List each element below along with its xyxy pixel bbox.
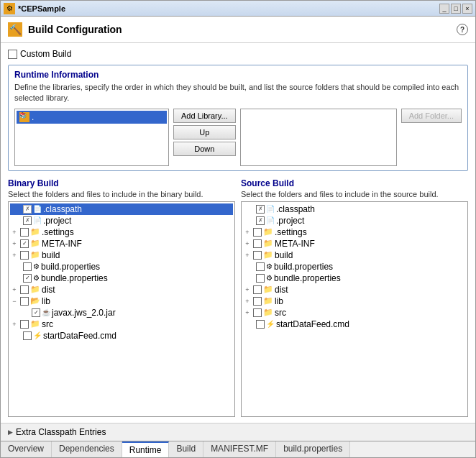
expand-icon[interactable]: + [243, 239, 252, 248]
tree-row[interactable]: ⚙ build.properties [243, 261, 466, 272]
tree-row[interactable]: + 📁 src [10, 319, 233, 330]
tab-buildproperties[interactable]: build.properties [276, 441, 350, 457]
tree-row[interactable]: + 📁 build [243, 249, 466, 261]
item-label: startDataFeed.cmd [43, 331, 116, 341]
tree-row[interactable]: + 📁 META-INF [243, 238, 466, 249]
tab-buildproperties-label: build.properties [283, 444, 342, 454]
expand-icon[interactable]: + [10, 228, 19, 237]
check-icon[interactable] [20, 285, 29, 294]
expand-icon[interactable]: + [243, 308, 252, 317]
help-button[interactable]: ? [457, 24, 468, 35]
binary-build-desc: Select the folders and files to include … [8, 190, 235, 198]
tree-row[interactable]: ⚙ bundle.properties [243, 272, 466, 284]
check-icon[interactable] [253, 251, 262, 260]
expand-icon[interactable]: − [10, 297, 19, 306]
check-icon[interactable] [23, 205, 32, 214]
file-icon: 📄 [266, 205, 275, 213]
check-icon[interactable] [20, 297, 29, 306]
check-icon[interactable] [32, 308, 40, 317]
expand-icon[interactable]: + [10, 239, 19, 248]
check-icon[interactable] [253, 308, 262, 317]
up-button[interactable]: Up [173, 125, 236, 139]
extra-classpath-row[interactable]: ▶ Extra Classpath Entries [1, 423, 475, 441]
tree-row[interactable]: ⚡ startDataFeed.cmd [243, 319, 466, 330]
expand-icon[interactable]: + [10, 251, 19, 260]
check-icon[interactable] [253, 285, 262, 294]
check-icon[interactable] [256, 216, 265, 225]
tree-row[interactable]: ⚡ startDataFeed.cmd [10, 330, 233, 342]
add-folder-button[interactable]: Add Folder... [401, 109, 462, 123]
tab-overview[interactable]: Overview [1, 441, 52, 457]
tree-row[interactable]: + 📁 dist [243, 284, 466, 296]
expand-icon [22, 308, 30, 317]
expand-icon[interactable]: + [243, 251, 252, 260]
tab-dependencies[interactable]: Dependencies [52, 441, 122, 457]
maximize-button[interactable]: □ [451, 4, 461, 14]
tree-row[interactable]: ⚙ build.properties [10, 261, 233, 272]
tree-row[interactable]: 📄 .classpath [10, 203, 233, 215]
folder-list [240, 109, 397, 166]
tree-row[interactable]: + 📁 src [243, 307, 466, 319]
item-label: lib [275, 296, 283, 306]
tree-row[interactable]: 📄 .project [10, 215, 233, 226]
tree-row[interactable]: + 📁 META-INF [10, 238, 233, 249]
item-label: build.properties [41, 262, 100, 272]
tree-row[interactable]: − 📂 lib [10, 296, 233, 307]
check-icon[interactable] [253, 228, 262, 237]
tree-row[interactable]: + 📁 dist [10, 284, 233, 296]
check-icon[interactable] [20, 239, 29, 248]
tree-row[interactable]: ⚙ bundle.properties [10, 272, 233, 284]
close-button[interactable]: × [462, 4, 472, 14]
tree-row[interactable]: + 📁 lib [243, 296, 466, 307]
check-icon[interactable] [20, 251, 29, 260]
expand-icon[interactable]: + [10, 320, 19, 329]
source-build-tree: 📄 .classpath 📄 .project + [241, 201, 468, 417]
tree-row[interactable]: + 📁 .settings [10, 226, 233, 238]
custom-build-checkbox[interactable] [8, 50, 17, 59]
expand-icon[interactable]: + [243, 285, 252, 294]
check-icon[interactable] [23, 331, 32, 340]
tree-row[interactable]: + 📁 build [10, 249, 233, 261]
item-label: .project [276, 216, 304, 226]
check-icon[interactable] [23, 274, 32, 283]
main-window: ⚙ *CEPSample _ □ × 🔨 Build Configuration… [0, 0, 476, 458]
check-icon[interactable] [20, 228, 29, 237]
check-icon[interactable] [256, 205, 265, 214]
two-panels: Binary Build Select the folders and file… [8, 178, 468, 417]
folder-icon: 📁 [263, 308, 273, 317]
tree-row[interactable]: ☕ javax.jws_2.0.jar [10, 307, 233, 319]
check-icon[interactable] [253, 297, 262, 306]
item-label: dist [42, 285, 55, 295]
check-icon[interactable] [256, 320, 265, 329]
add-library-button[interactable]: Add Library... [173, 109, 236, 123]
check-icon[interactable] [256, 274, 265, 283]
file-icon: 📄 [266, 216, 275, 224]
tree-row[interactable]: 📄 .project [243, 215, 466, 226]
binary-build-tree: 📄 .classpath 📄 .project + [8, 201, 235, 417]
file-icon: ⚙ [33, 262, 40, 270]
check-icon[interactable] [23, 216, 32, 225]
check-icon[interactable] [256, 262, 265, 271]
tree-row[interactable]: 📄 .classpath [243, 203, 466, 215]
expand-icon[interactable]: + [10, 285, 19, 294]
tab-build[interactable]: Build [169, 441, 203, 457]
library-item[interactable]: 📚 . [17, 111, 167, 124]
item-label: bundle.properties [41, 273, 108, 283]
item-label: META-INF [42, 239, 82, 249]
tab-runtime[interactable]: Runtime [122, 441, 170, 457]
expand-icon[interactable]: + [243, 297, 252, 306]
check-icon[interactable] [20, 320, 29, 329]
tree-row[interactable]: + 📁 .settings [243, 226, 466, 238]
expand-icon[interactable]: + [243, 228, 252, 237]
item-label: javax.jws_2.0.jar [52, 308, 116, 318]
check-icon[interactable] [253, 239, 262, 248]
binary-build-panel: Binary Build Select the folders and file… [8, 178, 235, 417]
minimize-button[interactable]: _ [439, 4, 449, 14]
down-button[interactable]: Down [173, 142, 236, 156]
check-icon[interactable] [23, 262, 32, 271]
item-label: .project [43, 216, 71, 226]
header-icon: 🔨 [8, 22, 22, 37]
tab-manifest[interactable]: MANIFEST.MF [203, 441, 276, 457]
tab-overview-label: Overview [8, 444, 44, 454]
expand-arrow-icon: ▶ [8, 429, 13, 436]
